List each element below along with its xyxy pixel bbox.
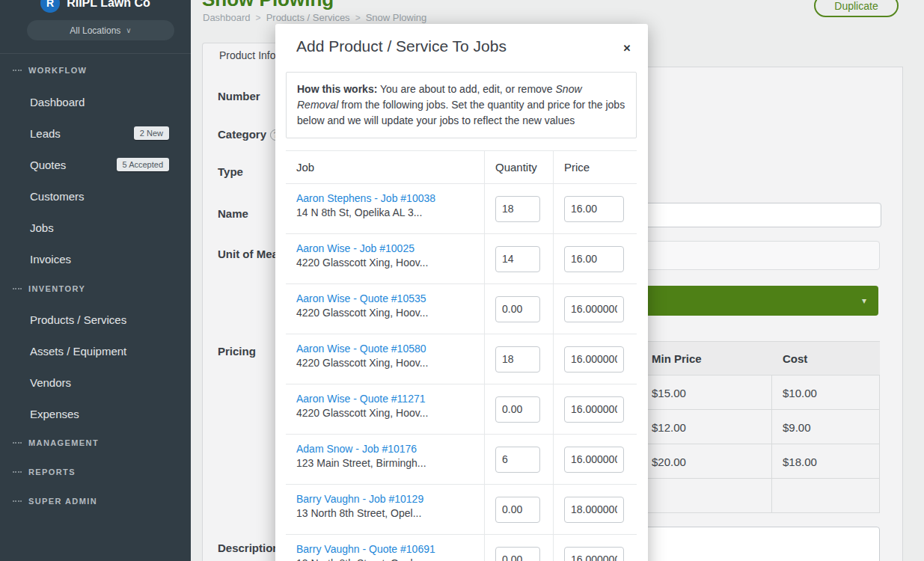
job-link[interactable]: Aaron Wise - Quote #10580: [296, 343, 478, 355]
sidebar-item-quotes[interactable]: Quotes 5 Accepted: [0, 156, 191, 174]
sidebar-item-expenses[interactable]: Expenses: [0, 405, 191, 423]
job-link[interactable]: Aaron Stephens - Job #10038: [296, 192, 478, 204]
how-this-works-note: How this works: You are about to add, ed…: [286, 72, 637, 138]
duplicate-button[interactable]: Duplicate: [814, 0, 899, 17]
nav-section-management[interactable]: MANAGEMENT: [13, 438, 99, 447]
price-input[interactable]: [564, 497, 624, 523]
modal-body: How this works: You are about to add, ed…: [286, 72, 637, 561]
quantity-input[interactable]: [495, 196, 540, 222]
job-row: Barry Vaughn - Job #10129 13 North 8th S…: [286, 485, 637, 535]
type-label: Type: [218, 165, 243, 178]
quantity-input[interactable]: [495, 346, 540, 373]
job-link[interactable]: Aaron Wise - Quote #11271: [296, 393, 478, 405]
pricing-col-cost: Cost: [783, 352, 807, 365]
company-logo-row[interactable]: R RIIPL Lawn Co: [0, 0, 191, 16]
job-link[interactable]: Adam Snow - Job #10176: [296, 443, 478, 455]
description-label: Description: [218, 542, 280, 554]
quantity-cell: [484, 535, 553, 561]
breadcrumb-separator-icon: >: [256, 13, 261, 23]
sidebar-item-label: Products / Services: [30, 313, 126, 326]
sidebar-item-dashboard[interactable]: Dashboard: [0, 93, 191, 111]
nav-section-inventory: INVENTORY: [13, 284, 85, 293]
sidebar-item-label: Leads: [30, 127, 61, 140]
job-row: Barry Vaughn - Quote #10691 13 North 8th…: [286, 535, 637, 561]
price-cell: [553, 184, 637, 233]
location-selector[interactable]: All Locations ∨: [27, 20, 174, 40]
quantity-cell: [484, 184, 553, 233]
price-input[interactable]: [564, 346, 624, 373]
job-cell: Aaron Stephens - Job #10038 14 N 8th St,…: [286, 184, 484, 233]
name-label: Name: [218, 207, 248, 220]
price-input[interactable]: [564, 196, 624, 222]
job-row: Aaron Wise - Job #10025 4220 Glasscott X…: [286, 234, 637, 284]
leads-count-badge: 2 New: [134, 126, 169, 140]
sidebar-item-label: Vendors: [30, 376, 71, 389]
col-quantity: Quantity: [484, 151, 553, 183]
company-name: RIIPL Lawn Co: [67, 0, 150, 10]
job-address: 123 Main Street, Birmingh...: [296, 457, 478, 469]
sidebar-item-vendors[interactable]: Vendors: [0, 373, 191, 391]
price-input[interactable]: [564, 447, 624, 473]
col-job: Job: [286, 151, 484, 183]
price-cell: [553, 234, 637, 283]
pricing-col-min-price: Min Price: [652, 352, 702, 365]
price-input[interactable]: [564, 296, 624, 322]
note-text-2: from the following jobs. Set the quantit…: [297, 99, 625, 126]
caret-down-icon: ▾: [862, 295, 866, 306]
job-cell: Barry Vaughn - Job #10129 13 North 8th S…: [286, 485, 484, 534]
note-text-1: You are about to add, edit, or remove: [377, 83, 555, 95]
quantity-cell: [484, 284, 553, 334]
close-icon[interactable]: ✕: [618, 39, 636, 57]
quantity-input[interactable]: [495, 246, 540, 272]
cost-value: $9.00: [783, 420, 811, 433]
job-cell: Aaron Wise - Quote #10580 4220 Glasscott…: [286, 334, 484, 384]
sidebar-item-assets-equipment[interactable]: Assets / Equipment: [0, 342, 191, 360]
job-link[interactable]: Aaron Wise - Quote #10535: [296, 292, 478, 304]
breadcrumb-dashboard[interactable]: Dashboard: [203, 12, 251, 23]
quantity-input[interactable]: [495, 547, 540, 561]
nav-section-reports[interactable]: REPORTS: [13, 468, 76, 476]
job-cell: Aaron Wise - Job #10025 4220 Glasscott X…: [286, 234, 484, 283]
breadcrumb-products-services[interactable]: Products / Services: [266, 12, 350, 23]
quantity-input[interactable]: [495, 497, 540, 523]
quantity-input[interactable]: [495, 296, 540, 322]
nav-section-super-admin[interactable]: SUPER ADMIN: [13, 497, 97, 506]
jobs-table: Job Quantity Price Aaron Stephens - Job …: [286, 150, 637, 561]
job-address: 13 North 8th Street, Opel...: [296, 507, 478, 519]
sidebar-item-label: Expenses: [30, 408, 79, 420]
job-row: Aaron Stephens - Job #10038 14 N 8th St,…: [286, 184, 637, 234]
price-input[interactable]: [564, 396, 624, 423]
price-input[interactable]: [564, 547, 624, 561]
job-address: 4220 Glasscott Xing, Hoov...: [296, 257, 478, 269]
job-address: 4220 Glasscott Xing, Hoov...: [296, 357, 478, 369]
quantity-cell: [484, 234, 553, 283]
nav-section-workflow: WORKFLOW: [13, 66, 87, 75]
quantity-input[interactable]: [495, 396, 540, 423]
sidebar-item-products-services[interactable]: Products / Services: [0, 310, 191, 328]
cost-value: $10.00: [783, 386, 817, 399]
sidebar: R RIIPL Lawn Co All Locations ∨ WORKFLOW…: [0, 0, 191, 561]
job-row: Adam Snow - Job #10176 123 Main Street, …: [286, 435, 637, 485]
price-input[interactable]: [564, 246, 624, 272]
job-link[interactable]: Barry Vaughn - Job #10129: [296, 493, 478, 505]
sidebar-item-leads[interactable]: Leads 2 New: [0, 124, 191, 142]
sidebar-item-jobs[interactable]: Jobs: [0, 218, 191, 236]
sidebar-item-label: Dashboard: [30, 96, 85, 108]
sidebar-item-invoices[interactable]: Invoices: [0, 250, 191, 268]
job-row: Aaron Wise - Quote #11271 4220 Glasscott…: [286, 384, 637, 435]
breadcrumb-current: Snow Plowing: [366, 12, 427, 23]
quantity-cell: [484, 334, 553, 384]
min-price-value: $20.00: [652, 455, 686, 468]
modal-title: Add Product / Service To Jobs: [296, 37, 507, 55]
job-cell: Adam Snow - Job #10176 123 Main Street, …: [286, 435, 484, 484]
number-label: Number: [218, 90, 260, 102]
category-label: Category?: [218, 128, 281, 141]
quantity-cell: [484, 435, 553, 484]
category-label-text: Category: [218, 128, 266, 141]
quantity-input[interactable]: [495, 447, 540, 473]
min-price-value: $15.00: [652, 386, 686, 399]
job-link[interactable]: Barry Vaughn - Quote #10691: [296, 543, 478, 555]
job-link[interactable]: Aaron Wise - Job #10025: [296, 242, 478, 254]
sidebar-item-customers[interactable]: Customers: [0, 187, 191, 205]
price-cell: [553, 485, 637, 534]
